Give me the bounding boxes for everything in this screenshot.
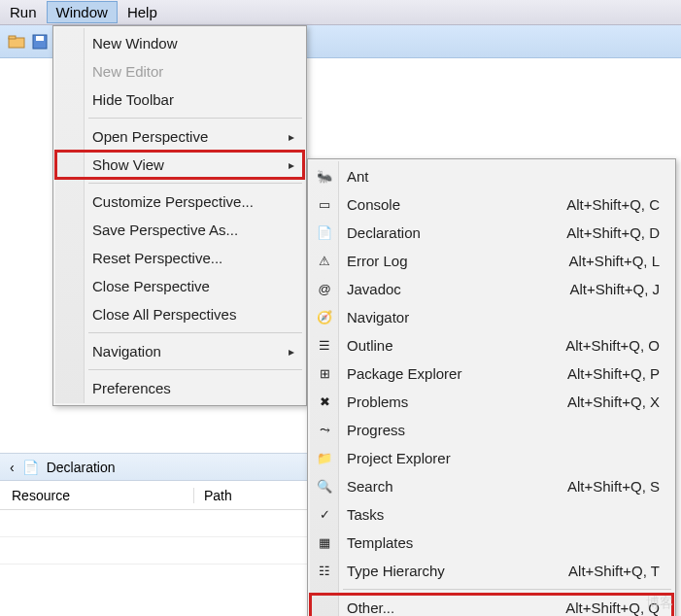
ant-icon: 🐜 (316, 168, 333, 186)
declaration-icon: 📄 (316, 224, 333, 242)
shortcut-label: Alt+Shift+Q, O (565, 337, 660, 354)
submenu-item-label: Outline (347, 337, 393, 354)
submenu-item-templates[interactable]: ▦Templates (310, 529, 673, 557)
table-row[interactable] (0, 537, 307, 565)
menu-customize-perspective[interactable]: Customize Perspective... (55, 188, 304, 216)
shortcut-label: Alt+Shift+Q, C (566, 196, 660, 213)
submenu-item-navigator[interactable]: 🧭Navigator (310, 303, 673, 331)
outline-icon: ☰ (316, 337, 333, 355)
table-row[interactable] (0, 510, 307, 537)
submenu-item-label: Type Hierarchy (347, 563, 445, 579)
shortcut-label: Alt+Shift+Q, L (569, 253, 660, 269)
window-menu: New Window New Editor Hide Toolbar Open … (52, 25, 307, 406)
col-resource[interactable]: Resource (0, 488, 194, 503)
project-explorer-icon: 📁 (316, 450, 333, 467)
menu-preferences[interactable]: Preferences (55, 374, 304, 402)
submenu-item-label: Ant (347, 168, 369, 185)
submenu-item-label: Navigator (347, 309, 409, 325)
menu-reset-perspective[interactable]: Reset Perspective... (55, 244, 304, 272)
declaration-icon: 📄 (22, 460, 39, 475)
type-hierarchy-icon: ☷ (316, 563, 333, 580)
menu-show-view[interactable]: Show View (55, 151, 304, 179)
submenu-item-ant[interactable]: 🐜Ant (310, 162, 673, 190)
shortcut-label: Alt+Shift+Q, T (568, 563, 660, 579)
chevron-icon: ‹ (10, 460, 15, 475)
menu-open-perspective[interactable]: Open Perspective (55, 122, 304, 151)
submenu-item-label: Search (347, 478, 393, 495)
separator (343, 589, 671, 590)
submenu-item-problems[interactable]: ✖ProblemsAlt+Shift+Q, X (310, 388, 673, 416)
declaration-view: ‹ 📄 Declaration Resource Path (0, 453, 307, 616)
save-icon[interactable] (31, 33, 49, 51)
menu-help[interactable]: Help (118, 1, 167, 23)
menu-new-window[interactable]: New Window (55, 29, 304, 57)
error-log-icon: ⚠ (316, 253, 333, 270)
submenu-other[interactable]: Other... Alt+Shift+Q, Q (310, 594, 673, 616)
folder-icon[interactable] (8, 33, 25, 51)
submenu-item-declaration[interactable]: 📄DeclarationAlt+Shift+Q, D (310, 219, 673, 247)
watermark: 博客 (646, 595, 673, 612)
menu-run[interactable]: Run (0, 1, 47, 23)
separator (88, 332, 302, 333)
submenu-item-label: Tasks (347, 506, 384, 523)
navigator-icon: 🧭 (316, 309, 333, 326)
show-view-submenu: 🐜Ant▭ConsoleAlt+Shift+Q, C📄DeclarationAl… (307, 158, 676, 616)
submenu-item-label: Problems (347, 394, 408, 410)
other-icon (316, 599, 333, 617)
tasks-icon: ✓ (316, 506, 333, 524)
submenu-item-label: Progress (347, 422, 405, 438)
submenu-item-label: Declaration (347, 224, 421, 241)
search-icon: 🔍 (316, 478, 333, 496)
menu-window[interactable]: Window (47, 1, 118, 23)
menu-navigation[interactable]: Navigation (55, 337, 304, 365)
menu-close-all-perspectives[interactable]: Close All Perspectives (55, 300, 304, 328)
shortcut-label: Alt+Shift+Q, X (567, 394, 660, 410)
submenu-item-progress[interactable]: ⤳Progress (310, 416, 673, 444)
submenu-item-project-explorer[interactable]: 📁Project Explorer (310, 444, 673, 472)
submenu-item-search[interactable]: 🔍SearchAlt+Shift+Q, S (310, 472, 673, 500)
separator (88, 369, 302, 370)
submenu-item-type-hierarchy[interactable]: ☷Type HierarchyAlt+Shift+Q, T (310, 557, 673, 585)
submenu-item-console[interactable]: ▭ConsoleAlt+Shift+Q, C (310, 190, 673, 219)
submenu-item-label: Project Explorer (347, 450, 451, 466)
submenu-item-label: Console (347, 196, 400, 213)
submenu-item-label: Error Log (347, 253, 408, 269)
submenu-item-tasks[interactable]: ✓Tasks (310, 500, 673, 529)
shortcut-label: Alt+Shift+Q, P (567, 365, 660, 382)
templates-icon: ▦ (316, 534, 333, 552)
submenu-item-outline[interactable]: ☰OutlineAlt+Shift+Q, O (310, 331, 673, 359)
problems-icon: ✖ (316, 394, 333, 411)
menu-save-perspective-as[interactable]: Save Perspective As... (55, 216, 304, 244)
tab-declaration[interactable]: Declaration (47, 460, 116, 475)
menu-close-perspective[interactable]: Close Perspective (55, 272, 304, 300)
submenu-item-label: Javadoc (347, 281, 401, 297)
shortcut-label: Alt+Shift+Q, S (567, 478, 660, 495)
separator (88, 118, 302, 119)
submenu-item-package-explorer[interactable]: ⊞Package ExplorerAlt+Shift+Q, P (310, 359, 673, 388)
submenu-item-label: Other... (347, 599, 394, 616)
shortcut-label: Alt+Shift+Q, J (569, 281, 660, 297)
submenu-item-label: Package Explorer (347, 365, 461, 382)
table-header: Resource Path (0, 481, 307, 510)
shortcut-label: Alt+Shift+Q, D (566, 224, 660, 241)
col-path[interactable]: Path (194, 488, 232, 503)
submenu-item-error-log[interactable]: ⚠Error LogAlt+Shift+Q, L (310, 247, 673, 275)
svg-rect-1 (9, 36, 16, 39)
progress-icon: ⤳ (316, 422, 333, 439)
menu-hide-toolbar[interactable]: Hide Toolbar (55, 86, 304, 114)
submenu-item-label: Templates (347, 534, 413, 551)
menu-new-editor: New Editor (55, 57, 304, 86)
separator (88, 183, 302, 184)
submenu-item-javadoc[interactable]: @JavadocAlt+Shift+Q, J (310, 275, 673, 303)
package-explorer-icon: ⊞ (316, 365, 333, 383)
svg-rect-3 (36, 36, 44, 41)
menubar: Run Window Help (0, 0, 681, 25)
console-icon: ▭ (316, 196, 333, 214)
javadoc-icon: @ (316, 281, 333, 298)
